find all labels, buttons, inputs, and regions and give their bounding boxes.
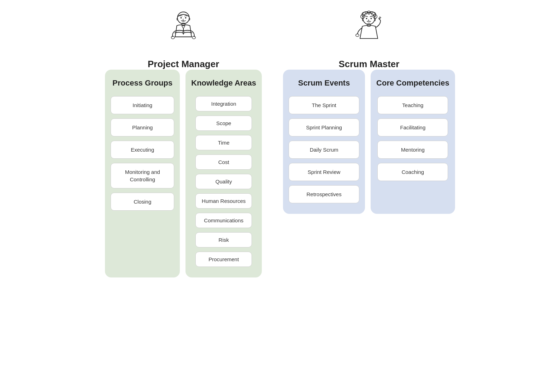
svg-point-10 <box>372 12 375 16</box>
pm-section: Project Manager Process Groups Initiatin… <box>105 11 262 277</box>
svg-point-3 <box>192 36 195 39</box>
knowledge-areas-header: Knowledge Areas <box>191 78 256 88</box>
svg-point-4 <box>181 17 182 19</box>
scrum-events-header: Scrum Events <box>298 78 350 88</box>
svg-point-8 <box>363 12 366 16</box>
sm-title: Scrum Master <box>338 59 399 70</box>
core-competencies-header: Core Competencies <box>376 78 449 88</box>
list-item: Monitoring and Controlling <box>111 163 174 188</box>
svg-point-15 <box>371 18 372 19</box>
list-item: Integration <box>195 96 252 111</box>
pm-person-illustration <box>164 11 203 57</box>
page-container: Project Manager Process Groups Initiatin… <box>14 11 546 277</box>
list-item: Teaching <box>377 96 448 114</box>
list-item: Human Resources <box>195 193 252 209</box>
pm-header: Project Manager <box>148 11 219 70</box>
list-item: Sprint Review <box>289 163 359 181</box>
svg-point-13 <box>356 34 359 36</box>
list-item: Retrospectives <box>289 185 359 203</box>
list-item: Initiating <box>111 96 174 114</box>
process-groups-panel: Process Groups Initiating Planning Execu… <box>105 70 180 277</box>
knowledge-areas-panel: Knowledge Areas Integration Scope Time C… <box>185 70 262 277</box>
pm-title: Project Manager <box>148 59 219 70</box>
list-item: Facilitating <box>377 118 448 136</box>
process-groups-header: Process Groups <box>112 78 172 88</box>
svg-point-5 <box>185 17 187 19</box>
list-item: Risk <box>195 232 252 247</box>
scrum-events-panel: Scrum Events The Sprint Sprint Planning … <box>283 70 365 214</box>
list-item: Communications <box>195 213 252 228</box>
list-item: Planning <box>111 118 174 136</box>
list-item: Scope <box>195 116 252 131</box>
sm-person-illustration <box>349 11 388 57</box>
sm-section: Scrum Master Scrum Events The Sprint Spr… <box>283 11 455 214</box>
list-item: Cost <box>195 154 252 170</box>
list-item: Mentoring <box>377 141 448 159</box>
svg-point-2 <box>171 36 175 39</box>
sm-header: Scrum Master <box>338 11 399 70</box>
svg-point-0 <box>177 12 189 24</box>
list-item: The Sprint <box>289 96 359 114</box>
pm-columns: Process Groups Initiating Planning Execu… <box>105 70 262 277</box>
sm-columns: Scrum Events The Sprint Sprint Planning … <box>283 70 455 214</box>
svg-point-14 <box>366 18 367 19</box>
list-item: Daily Scrum <box>289 141 359 159</box>
list-item: Time <box>195 135 252 150</box>
core-competencies-panel: Core Competencies Teaching Facilitating … <box>371 70 455 214</box>
list-item: Coaching <box>377 163 448 181</box>
list-item: Executing <box>111 141 174 159</box>
list-item: Quality <box>195 174 252 189</box>
list-item: Sprint Planning <box>289 118 359 136</box>
list-item: Closing <box>111 193 174 211</box>
list-item: Procurement <box>195 252 252 267</box>
